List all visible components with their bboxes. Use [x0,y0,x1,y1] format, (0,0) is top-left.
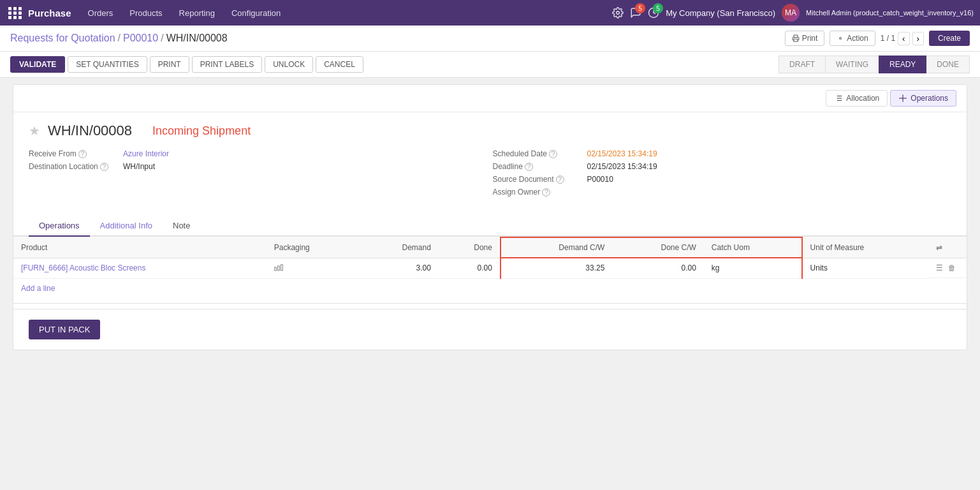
main-card: Allocation Operations ★ WH/IN/00008 Inco… [13,84,967,350]
table-row: [FURN_6666] Acoustic Bloc Screens 3.00 [13,258,967,278]
column-settings-icon[interactable]: ⇌ [936,243,942,252]
nav-configuration[interactable]: Configuration [225,6,287,20]
action-bar: VALIDATE SET QUANTITIES PRINT PRINT LABE… [0,52,980,78]
breadcrumb-part-2[interactable]: P00010 [123,33,158,44]
deadline-help[interactable]: ? [525,163,533,171]
cell-product: [FURN_6666] Acoustic Bloc Screens [13,258,267,278]
print-button[interactable]: Print [785,31,825,46]
col-packaging: Packaging [267,237,359,258]
breadcrumb-bar: Requests for Quotation / P00010 / WH/IN/… [0,26,980,52]
activity-badge: 5 [653,3,663,13]
scheduled-date-value[interactable]: 02/15/2023 15:34:19 [587,149,657,158]
svg-rect-14 [281,264,282,270]
source-doc-value: P00010 [587,175,613,184]
document-number: WH/IN/00008 [48,122,132,139]
table-body: [FURN_6666] Acoustic Bloc Screens 3.00 [13,258,967,278]
status-draft[interactable]: DRAFT [779,56,826,73]
status-done[interactable]: DONE [926,56,970,73]
deadline-label: Deadline ? [493,162,582,171]
cell-packaging [267,258,359,278]
breadcrumb: Requests for Quotation / P00010 / WH/IN/… [10,33,228,44]
receive-from-help[interactable]: ? [78,150,87,158]
set-quantities-button[interactable]: SET QUANTITIES [68,56,147,73]
receive-from-label: Receive From ? [29,149,118,158]
cell-done-cw: 0.00 [612,258,703,278]
col-done: Done [439,237,501,258]
cell-catch-uom: kg [704,258,802,278]
col-product: Product [13,237,267,258]
receive-from-value[interactable]: Azure Interior [123,149,169,158]
destination-help[interactable]: ? [100,163,108,171]
forecast-icon[interactable] [274,264,283,273]
print-button-action[interactable]: PRINT [150,56,189,73]
status-flow: DRAFT WAITING READY DONE [779,56,970,73]
company-name[interactable]: My Company (San Francisco) [666,8,775,18]
apps-menu-icon[interactable] [6,4,24,22]
nav-reporting[interactable]: Reporting [173,6,221,20]
allocation-tab[interactable]: Allocation [826,90,888,107]
cell-demand-cw: 33.25 [501,258,612,278]
nav-products[interactable]: Products [123,6,168,20]
unlock-button[interactable]: UNLOCK [265,56,313,73]
breadcrumb-part-3: WH/IN/00008 [166,33,228,44]
source-doc-help[interactable]: ? [556,175,564,184]
document-form: ★ WH/IN/00008 Incoming Shipment Receive … [13,112,967,211]
activity-icon[interactable]: 5 [648,7,659,19]
card-top-tabs: Allocation Operations [13,85,967,112]
cell-unit-of-measure: Units [802,258,928,278]
scheduled-date-help[interactable]: ? [549,150,557,158]
product-link[interactable]: [FURN_6666] Acoustic Bloc Screens [21,264,145,272]
chat-icon[interactable]: 5 [630,7,641,19]
delete-icon[interactable]: 🗑 [948,264,956,272]
svg-point-3 [840,38,842,40]
deadline-value: 02/15/2023 15:34:19 [587,162,657,171]
validate-button[interactable]: VALIDATE [10,56,65,73]
svg-rect-13 [277,265,279,270]
assign-owner-label: Assign Owner ? [493,188,582,197]
svg-rect-12 [274,267,276,271]
svg-rect-2 [794,39,798,41]
avatar[interactable]: MA [782,4,800,22]
nav-orders[interactable]: Orders [82,6,120,20]
separator [13,303,967,304]
create-button[interactable]: Create [929,31,970,46]
prev-button[interactable]: ‹ [898,32,909,45]
card-footer: PUT IN PACK [13,309,967,350]
user-name[interactable]: Mitchell Admin (product_catch_weight_inv… [806,9,974,17]
next-button[interactable]: › [912,32,924,45]
add-line-link[interactable]: Add a line [13,279,62,298]
destination-row: Destination Location ? WH/Input [29,162,488,171]
destination-label: Destination Location ? [29,162,118,171]
cancel-button[interactable]: CANCEL [316,56,363,73]
left-fields: Receive From ? Azure Interior Destinatio… [29,149,488,200]
breadcrumb-part-1[interactable]: Requests for Quotation [10,33,115,44]
add-line: Add a line [13,279,967,298]
tab-note[interactable]: Note [163,216,200,237]
status-waiting[interactable]: WAITING [825,56,879,73]
breadcrumb-sep-2: / [161,33,163,44]
operations-table-wrapper: Product Packaging Demand Done Demand C/W [13,237,967,298]
deadline-row: Deadline ? 02/15/2023 15:34:19 [493,162,952,171]
form-fields-grid: Receive From ? Azure Interior Destinatio… [29,149,951,200]
brand-label[interactable]: Purchase [28,8,71,19]
right-fields: Scheduled Date ? 02/15/2023 15:34:19 Dea… [493,149,952,200]
status-ready[interactable]: READY [879,56,926,73]
put-in-pack-button[interactable]: PUT IN PACK [29,320,100,339]
action-button[interactable]: Action [830,31,875,46]
tab-operations[interactable]: Operations [29,216,90,237]
col-catch-uom: Catch Uom [704,237,802,258]
document-type: Incoming Shipment [152,124,251,138]
col-demand-cw: Demand C/W [501,237,612,258]
operations-tab-top[interactable]: Operations [890,90,956,107]
record-tabs: Operations Additional Info Note [13,216,967,237]
assign-owner-help[interactable]: ? [542,188,550,197]
settings-icon[interactable] [612,7,624,19]
cell-row-actions: ☰ 🗑 [928,258,967,278]
detail-icon[interactable]: ☰ [936,264,943,272]
scheduled-date-row: Scheduled Date ? 02/15/2023 15:34:19 [493,149,952,158]
tab-additional-info[interactable]: Additional Info [90,216,163,237]
print-labels-button[interactable]: PRINT LABELS [192,56,262,73]
document-header: ★ WH/IN/00008 Incoming Shipment [29,122,951,139]
operations-table: Product Packaging Demand Done Demand C/W [13,237,967,279]
favorite-star[interactable]: ★ [29,123,40,138]
